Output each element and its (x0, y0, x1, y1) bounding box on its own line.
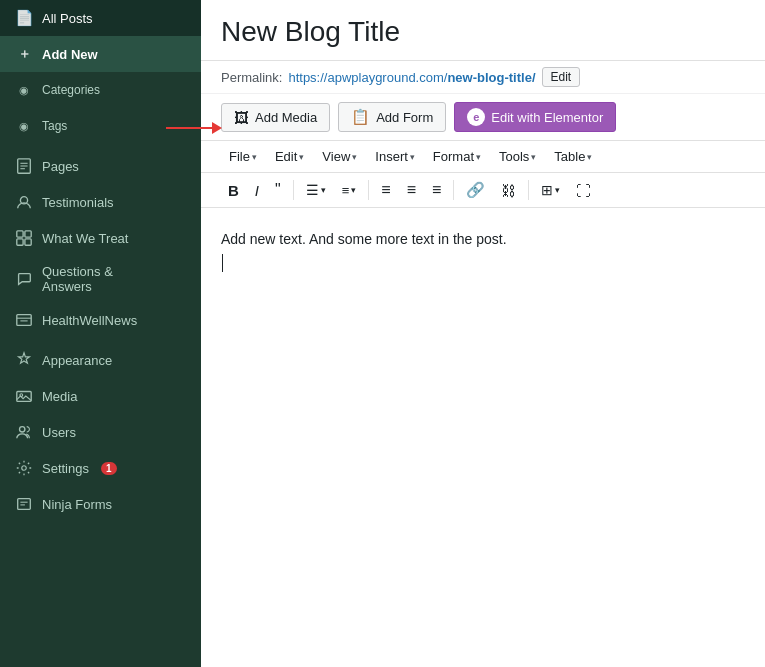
format-toolbar: B I " ☰ ▾ ≡ ▾ ≡ ≡ ≡ 🔗 ⛓ ⊞ ▾ ⛶ (201, 173, 765, 208)
menu-table[interactable]: Table ▾ (546, 145, 600, 168)
align-center-button[interactable]: ≡ (400, 177, 423, 203)
tools-caret: ▾ (531, 152, 536, 162)
sidebar-item-questions-answers[interactable]: Questions &Answers (0, 256, 201, 302)
permalink-bar: Permalink: https://apwplayground.com/new… (201, 61, 765, 94)
editor-content-text: Add new text. And some more text in the … (221, 228, 745, 250)
align-right-button[interactable]: ≡ (425, 177, 448, 203)
post-title-input[interactable] (201, 0, 765, 61)
sidebar-item-add-new[interactable]: ＋ Add New (0, 36, 201, 72)
post-editor: Permalink: https://apwplayground.com/new… (201, 0, 765, 667)
insert-link-button[interactable]: 🔗 (459, 177, 492, 203)
svg-rect-12 (17, 392, 31, 402)
svg-point-14 (20, 427, 25, 432)
svg-rect-7 (17, 239, 23, 245)
main-content: Permalink: https://apwplayground.com/new… (201, 0, 765, 667)
qa-icon (14, 269, 34, 289)
bold-button[interactable]: B (221, 178, 246, 203)
ul-caret: ▾ (321, 185, 326, 195)
add-form-button[interactable]: 📋 Add Form (338, 102, 446, 132)
edit-elementor-button[interactable]: e Edit with Elementor (454, 102, 616, 132)
ol-caret: ▾ (351, 185, 356, 195)
permalink-link[interactable]: https://apwplayground.com/new-blog-title… (288, 70, 535, 85)
ol-icon: ≡ (342, 183, 350, 198)
edit-caret: ▾ (299, 152, 304, 162)
svg-rect-5 (17, 231, 23, 237)
svg-point-15 (22, 466, 27, 471)
elementor-icon: e (467, 108, 485, 126)
what-we-treat-icon (14, 228, 34, 248)
sidebar-item-all-posts[interactable]: 📄 All Posts (0, 0, 201, 36)
users-icon (14, 422, 34, 442)
ul-icon: ☰ (306, 182, 319, 198)
unordered-list-button[interactable]: ☰ ▾ (299, 178, 333, 202)
toolbar-separator-4 (528, 180, 529, 200)
align-left-button[interactable]: ≡ (374, 177, 397, 203)
table-caret: ▾ (587, 152, 592, 162)
menu-file[interactable]: File ▾ (221, 145, 265, 168)
settings-badge: 1 (101, 462, 117, 475)
sidebar-item-what-we-treat[interactable]: What We Treat (0, 220, 201, 256)
tags-icon: ◉ (14, 116, 34, 136)
svg-rect-9 (17, 315, 31, 326)
text-cursor (222, 254, 223, 272)
table-insert-button[interactable]: ⊞ ▾ (534, 178, 567, 202)
testimonials-icon (14, 192, 34, 212)
media-icon (14, 386, 34, 406)
add-new-icon: ＋ (14, 44, 34, 64)
italic-button[interactable]: I (248, 178, 266, 203)
table-caret-btn: ▾ (555, 185, 560, 195)
svg-rect-8 (25, 239, 31, 245)
fullscreen-button[interactable]: ⛶ (569, 178, 598, 203)
add-media-button[interactable]: 🖼 Add Media (221, 103, 330, 132)
svg-rect-16 (18, 499, 31, 510)
sidebar-item-healthwellnews[interactable]: HealthWellNews (0, 302, 201, 338)
toolbar-separator-3 (453, 180, 454, 200)
sidebar-item-categories[interactable]: ◉ Categories (0, 72, 201, 108)
categories-icon: ◉ (14, 80, 34, 100)
sidebar: 📄 All Posts ＋ Add New ◉ Categories ◉ Tag… (0, 0, 201, 667)
toolbar-separator-1 (293, 180, 294, 200)
permalink-edit-button[interactable]: Edit (542, 67, 581, 87)
posts-icon: 📄 (14, 8, 34, 28)
blockquote-button[interactable]: " (268, 177, 288, 203)
sidebar-item-ninja-forms[interactable]: Ninja Forms (0, 486, 201, 522)
sidebar-item-testimonials[interactable]: Testimonials (0, 184, 201, 220)
editor-toolbar-row: 🖼 Add Media 📋 Add Form e Edit with Eleme… (201, 94, 765, 141)
view-caret: ▾ (352, 152, 357, 162)
sidebar-item-appearance[interactable]: Appearance (0, 342, 201, 378)
settings-icon (14, 458, 34, 478)
table-grid-icon: ⊞ (541, 182, 553, 198)
sidebar-item-settings[interactable]: Settings 1 (0, 450, 201, 486)
add-media-icon: 🖼 (234, 109, 249, 126)
sidebar-item-tags[interactable]: ◉ Tags (0, 108, 201, 144)
pages-icon (14, 156, 34, 176)
permalink-label: Permalink: (221, 70, 282, 85)
menu-format[interactable]: Format ▾ (425, 145, 489, 168)
menu-insert[interactable]: Insert ▾ (367, 145, 423, 168)
ordered-list-button[interactable]: ≡ ▾ (335, 179, 364, 202)
svg-rect-6 (25, 231, 31, 237)
unlink-button[interactable]: ⛓ (494, 178, 523, 203)
appearance-icon (14, 350, 34, 370)
editor-content-area[interactable]: Add new text. And some more text in the … (201, 208, 765, 667)
editor-menu-bar: File ▾ Edit ▾ View ▾ Insert ▾ Format ▾ T… (201, 141, 765, 173)
format-caret: ▾ (476, 152, 481, 162)
file-caret: ▾ (252, 152, 257, 162)
insert-caret: ▾ (410, 152, 415, 162)
toolbar-separator-2 (368, 180, 369, 200)
menu-tools[interactable]: Tools ▾ (491, 145, 544, 168)
sidebar-item-users[interactable]: Users (0, 414, 201, 450)
ninja-forms-icon (14, 494, 34, 514)
add-form-icon: 📋 (351, 108, 370, 126)
menu-edit[interactable]: Edit ▾ (267, 145, 312, 168)
sidebar-item-pages[interactable]: Pages (0, 148, 201, 184)
sidebar-item-media[interactable]: Media (0, 378, 201, 414)
menu-view[interactable]: View ▾ (314, 145, 365, 168)
news-icon (14, 310, 34, 330)
